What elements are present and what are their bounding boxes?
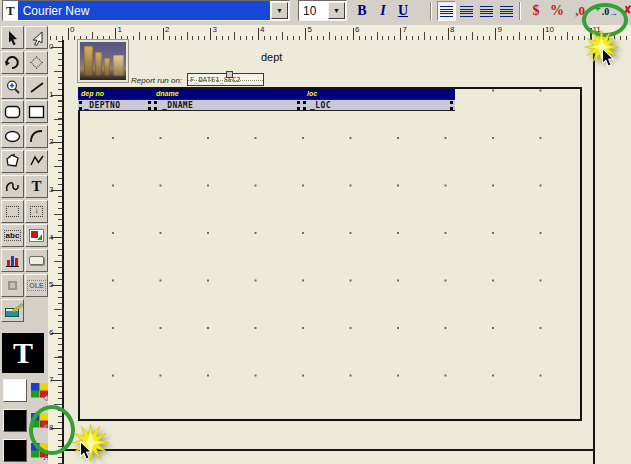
select-tool-button[interactable] (1, 26, 24, 49)
frame-select-arrow-icon (29, 30, 45, 46)
column-header-depno[interactable]: dep no (81, 89, 104, 99)
rectangle-tool-button[interactable] (25, 100, 48, 123)
bold-button[interactable]: B (352, 1, 372, 21)
align-right-button[interactable] (477, 1, 496, 21)
line-color-swatch[interactable] (3, 409, 27, 432)
rotate-tool-button[interactable] (1, 51, 24, 74)
polyline-tool-button[interactable] (25, 150, 48, 173)
table-field-row[interactable]: _DEPTNO _DNAME _LOC (78, 99, 455, 111)
freehand-tool-button[interactable] (1, 175, 24, 198)
vertical-ruler: 012345678 (48, 40, 62, 464)
text-tool-button[interactable]: T (25, 175, 48, 198)
currency-format-button[interactable]: $ (527, 1, 545, 21)
building-shape (95, 52, 102, 76)
frame-select-tool-button[interactable] (25, 26, 48, 49)
ruler-number: 4 (49, 233, 53, 242)
ruler-number: 2 (165, 25, 169, 34)
ruler-number: 0 (49, 42, 53, 51)
ruler-number: 7 (49, 375, 53, 384)
field-dname[interactable]: _DNAME (162, 101, 193, 110)
report-run-on-label[interactable]: Report run on: (131, 76, 182, 85)
rounded-rectangle-icon (4, 105, 21, 119)
underline-button[interactable]: U (393, 1, 413, 21)
repeating-frame-tool-button[interactable]: ↓ (25, 200, 48, 223)
align-left-button[interactable] (437, 1, 456, 21)
tool-palette: T ↓ abc OLE T (0, 22, 48, 464)
polygon-icon (5, 153, 21, 169)
magnify-tool-button[interactable] (1, 76, 24, 99)
rectangle-icon (28, 105, 45, 119)
building-shape (84, 46, 93, 76)
fill-color-row: ◇ (3, 378, 48, 403)
font-name-combobox[interactable]: T Courier New ▼ (2, 0, 290, 21)
font-name-dropdown-icon[interactable]: ▼ (271, 2, 288, 19)
date-field[interactable]: F_DATE1_SEC2 (187, 73, 264, 86)
field-deptno[interactable]: _DEPTNO (84, 101, 121, 110)
percent-format-button[interactable]: % (547, 1, 567, 21)
arc-tool-button[interactable] (25, 125, 48, 148)
report-title[interactable]: dept (261, 51, 282, 63)
frame-tool-icon (6, 206, 19, 217)
select-arrow-icon (5, 30, 21, 46)
ruler-number: 2 (49, 137, 53, 146)
ruler-number: 5 (308, 25, 312, 34)
link-file-tool-button[interactable] (25, 224, 48, 247)
layout-canvas[interactable]: dept Report run on: F_DATE1_SEC2 dep no … (62, 40, 631, 464)
align-center-button[interactable] (457, 1, 476, 21)
magnify-icon (5, 79, 21, 95)
format-toolbar: T Courier New ▼ 10 ▼ B I U $ % ,0 +.0→ ✗ (0, 0, 631, 22)
chart-tool-button[interactable] (1, 249, 24, 272)
report-layout-editor-window: T Courier New ▼ 10 ▼ B I U $ % ,0 +.0→ ✗ (0, 0, 631, 464)
frame-tool-button[interactable] (1, 200, 24, 223)
chart-icon (5, 254, 20, 268)
ruler-inch-ticks (51, 47, 62, 464)
italic-button[interactable]: I (374, 1, 392, 21)
selection-handles[interactable] (450, 101, 453, 110)
report-logo-image[interactable] (78, 40, 128, 82)
button-tool-icon (29, 256, 44, 265)
font-size-combobox[interactable]: 10 ▼ (298, 0, 347, 21)
text-color-swatch[interactable] (3, 439, 27, 462)
ruler-number: 3 (49, 185, 53, 194)
anchor-icon-disabled (8, 281, 17, 290)
field-loc[interactable]: _LOC (310, 101, 331, 110)
align-justify-button[interactable] (497, 1, 516, 21)
ellipse-icon (4, 130, 21, 143)
ruler-number: 4 (260, 25, 264, 34)
text-style-indicator[interactable]: T (2, 333, 44, 373)
selection-handles[interactable] (303, 101, 306, 110)
font-size-value: 10 (299, 1, 327, 20)
ruler-number: 7 (403, 25, 407, 34)
table-header-band[interactable]: dep no dname loc (78, 89, 455, 99)
ruler-number: 6 (355, 25, 359, 34)
rotate-icon (4, 54, 21, 70)
rounded-rectangle-tool-button[interactable] (1, 100, 24, 123)
ruler-number: 0 (70, 25, 74, 34)
selection-handles[interactable] (148, 101, 151, 110)
reshape-tool-button[interactable] (25, 51, 48, 74)
ellipse-tool-button[interactable] (1, 125, 24, 148)
anchor-tool-button[interactable] (1, 274, 24, 297)
building-shape (113, 55, 124, 76)
arc-icon (29, 129, 45, 144)
page-right-edge (593, 52, 595, 464)
ruler-number: 1 (49, 90, 53, 99)
polyline-icon (29, 153, 45, 169)
report-frame[interactable] (78, 87, 582, 421)
selection-handles[interactable] (297, 101, 300, 110)
column-header-dname[interactable]: dname (156, 89, 179, 99)
fill-color-picker-icon[interactable]: ◇ (31, 383, 48, 398)
polygon-tool-button[interactable] (1, 150, 24, 173)
selection-handles[interactable] (79, 101, 82, 110)
repeating-frame-icon: ↓ (30, 206, 43, 217)
field-tool-button[interactable]: abc (1, 224, 24, 247)
fill-color-swatch[interactable] (3, 379, 27, 402)
ruler-number: 1 (118, 25, 122, 34)
ole2-tool-button[interactable]: OLE (25, 274, 48, 297)
additional-default-layout-button[interactable] (1, 299, 24, 322)
line-tool-button[interactable] (25, 76, 48, 99)
font-size-dropdown-icon[interactable]: ▼ (328, 2, 345, 19)
button-tool-button[interactable] (25, 249, 48, 272)
selection-handles[interactable] (154, 101, 157, 110)
column-header-loc[interactable]: loc (307, 89, 317, 99)
